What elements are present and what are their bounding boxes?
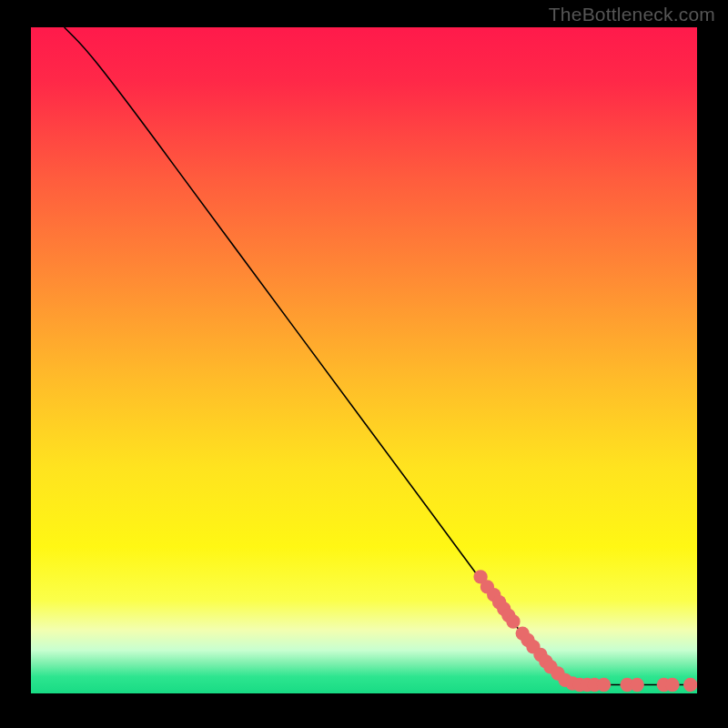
- data-point: [506, 614, 520, 628]
- data-points: [473, 570, 697, 692]
- data-point: [597, 678, 611, 692]
- data-point: [630, 678, 643, 692]
- data-point: [665, 678, 679, 692]
- plot-area: [31, 27, 697, 693]
- watermark-text: TheBottleneck.com: [549, 4, 715, 25]
- data-point: [683, 678, 697, 692]
- chart-frame: TheBottleneck.com: [0, 0, 728, 728]
- bottleneck-curve: [65, 27, 691, 684]
- chart-overlay: [31, 27, 697, 693]
